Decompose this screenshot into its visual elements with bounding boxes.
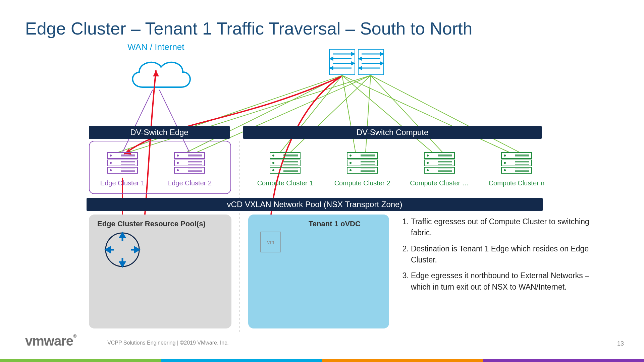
router-icon	[104, 231, 141, 268]
compute-cluster-1-icon	[268, 151, 302, 176]
svg-marker-132	[120, 262, 125, 266]
edge-resource-pool-title: Edge Cluster Resource Pool(s)	[97, 220, 206, 228]
svg-text:vm: vm	[267, 239, 274, 245]
compute-cluster-2-icon	[345, 151, 379, 176]
vmware-logo: vmware®	[25, 334, 76, 349]
footer-color-bar	[0, 359, 644, 362]
vxlan-bar: vCD VXLAN Network Pool (NSX Transport Zo…	[87, 198, 543, 211]
svg-line-23	[290, 75, 371, 153]
svg-point-103	[427, 170, 428, 171]
dv-switch-compute-bar: DV-Switch Compute	[243, 126, 542, 139]
dv-switch-edge-bar: DV-Switch Edge	[89, 126, 230, 139]
svg-point-57	[177, 162, 178, 164]
svg-line-22	[280, 75, 342, 153]
edge-cluster-2-icon	[173, 151, 206, 176]
svg-point-41	[110, 155, 111, 156]
svg-point-118	[504, 170, 505, 171]
step-3: Edge egresses it northbound to External …	[411, 270, 592, 293]
svg-line-29	[371, 75, 520, 153]
traffic-steps: Traffic egresses out of Compute Cluster …	[401, 216, 592, 297]
svg-point-42	[110, 162, 111, 164]
step-1: Traffic egresses out of Compute Cluster …	[411, 216, 592, 239]
edge-cluster-2-label: Edge Cluster 2	[166, 179, 213, 187]
svg-line-25	[366, 75, 371, 153]
svg-line-24	[342, 75, 356, 153]
compute-cluster-n-icon	[500, 151, 533, 176]
svg-point-58	[177, 170, 178, 171]
svg-marker-136	[135, 247, 139, 252]
compute-cluster-1-label: Compute Cluster 1	[255, 179, 315, 187]
compute-cluster-n-label: Compute Cluster n	[486, 179, 547, 187]
svg-line-28	[342, 75, 510, 153]
svg-line-26	[342, 75, 433, 153]
step-2: Destination is Tenant 1 Edge which resid…	[411, 243, 592, 266]
compute-cluster-2-label: Compute Cluster 2	[332, 179, 392, 187]
svg-point-116	[504, 155, 505, 156]
compute-cluster-dots-label: Compute Cluster …	[409, 179, 470, 187]
svg-point-117	[504, 162, 505, 164]
tenant-ovdc-title: Tenant 1 oVDC	[309, 220, 361, 228]
svg-point-88	[350, 170, 351, 171]
svg-point-101	[427, 155, 428, 156]
svg-line-27	[371, 75, 443, 153]
svg-point-43	[110, 170, 111, 171]
svg-point-102	[427, 162, 428, 164]
footer-text: VCPP Solutions Engineering | ©2019 VMwar…	[107, 340, 229, 346]
vm-icon: vm	[260, 231, 283, 255]
slide-number: 13	[617, 340, 624, 347]
svg-marker-35	[153, 70, 159, 76]
svg-point-71	[273, 155, 274, 156]
compute-cluster-dots-icon	[423, 151, 456, 176]
svg-point-73	[273, 170, 274, 171]
svg-point-86	[350, 155, 351, 156]
svg-marker-130	[120, 233, 125, 237]
svg-point-87	[350, 162, 351, 164]
edge-cluster-1-label: Edge Cluster 1	[99, 179, 146, 187]
slide: Edge Cluster – Tenant 1 Traffic Traversa…	[0, 0, 644, 362]
svg-point-72	[273, 162, 274, 164]
svg-marker-134	[106, 247, 110, 252]
svg-point-56	[177, 155, 178, 156]
edge-cluster-1-icon	[106, 151, 139, 176]
